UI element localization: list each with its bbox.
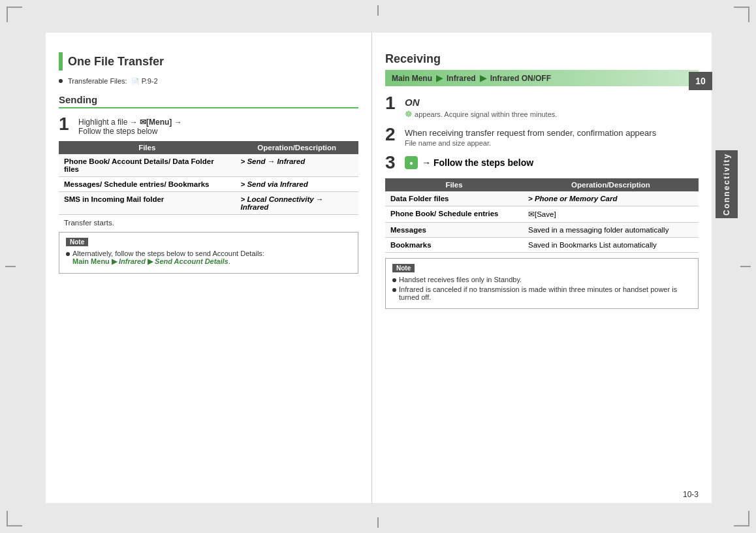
sending-subheading: Sending bbox=[59, 94, 358, 108]
note-bullet-icon bbox=[66, 252, 70, 256]
note-bullet-icon bbox=[392, 288, 396, 292]
col2-header: Operation/Description bbox=[235, 141, 358, 154]
step-1-instruction: Highlight a file → ✉[Menu] → bbox=[78, 118, 182, 127]
table-row: > Phone or Memory Card bbox=[523, 191, 699, 206]
connectivity-tab: Connectivity bbox=[716, 150, 738, 218]
left-column: One File Transfer Transferable Files: 📄 … bbox=[46, 33, 372, 503]
recv-step-1-content: ON ☸ appears. Acquire signal within thre… bbox=[405, 94, 557, 119]
transfer-starts: Transfer starts. bbox=[64, 219, 358, 227]
note-bullet-icon bbox=[392, 278, 396, 282]
bullet-icon bbox=[59, 79, 63, 83]
table-row: ✉[Save] bbox=[523, 206, 699, 223]
note-text: Alternatively, follow the steps below to… bbox=[72, 250, 264, 266]
recv-note-list: Handset receives files only in Standby.I… bbox=[392, 276, 691, 301]
page-ref-icon: 📄 bbox=[131, 78, 139, 85]
transferable-label: Transferable Files: bbox=[68, 77, 127, 85]
table-row: Saved in a messaging folder automaticall… bbox=[523, 223, 699, 238]
table-row: Saved in Bookmarks List automatically bbox=[523, 238, 699, 253]
signal-icon: ☸ bbox=[405, 109, 413, 119]
note-list: Alternatively, follow the steps below to… bbox=[66, 250, 351, 266]
step-1-content: Highlight a file → ✉[Menu] → Follow the … bbox=[78, 115, 182, 136]
recv-step-1-row: 1 ON ☸ appears. Acquire signal within th… bbox=[385, 94, 699, 119]
list-item: Handset receives files only in Standby. bbox=[392, 276, 691, 283]
receiving-note-box: Note Handset receives files only in Stan… bbox=[385, 258, 699, 309]
table-row: > Send → Infrared bbox=[235, 154, 358, 177]
tick-left bbox=[5, 266, 16, 267]
corner-mark-br bbox=[734, 511, 749, 526]
table-row: Messages/ Schedule entries/ Bookmarks bbox=[59, 177, 235, 192]
green-button-icon: ● bbox=[405, 156, 418, 169]
nav-arrow-2: ▶ bbox=[480, 73, 486, 83]
corner-mark-tr bbox=[734, 7, 749, 22]
page-number: 10-3 bbox=[683, 490, 699, 499]
recv-step-3-number: 3 bbox=[385, 153, 398, 172]
page-content: One File Transfer Transferable Files: 📄 … bbox=[46, 33, 712, 503]
sending-files-table: Files Operation/Description Phone Book/ … bbox=[59, 141, 358, 215]
col1-header: Files bbox=[59, 141, 235, 154]
receiving-nav-bar: Main Menu ▶ Infrared ▶ Infrared ON/OFF bbox=[385, 70, 699, 86]
receiving-heading: Receiving bbox=[385, 52, 699, 66]
recv-step-2-desc: File name and size appear. bbox=[405, 139, 656, 147]
recv-step-1-number: 1 bbox=[385, 94, 398, 112]
tick-top bbox=[377, 5, 379, 16]
step-1-sub: Follow the steps below bbox=[78, 127, 157, 136]
tick-bottom bbox=[377, 517, 379, 528]
nav-main-menu: Main Menu bbox=[392, 74, 432, 83]
right-column: Receiving Main Menu ▶ Infrared ▶ Infrare… bbox=[372, 33, 712, 503]
nav-arrow-1: ▶ bbox=[436, 73, 443, 83]
recv-step-3-row: 3 ● → Follow the steps below bbox=[385, 153, 699, 172]
list-item: Infrared is canceled if no transmission … bbox=[392, 285, 691, 301]
green-accent-bar bbox=[59, 52, 63, 71]
table-row: Bookmarks bbox=[385, 238, 523, 253]
table-row: SMS in Incoming Mail folder bbox=[59, 192, 235, 215]
transferable-files-note: Transferable Files: 📄 P.9-2 bbox=[59, 77, 358, 85]
recv-step-3-content: ● → Follow the steps below bbox=[405, 153, 533, 169]
table-row: Phone Book/ Schedule entries bbox=[385, 206, 523, 223]
step-1-number: 1 bbox=[59, 115, 72, 133]
table-row: > Local Connectivity → Infrared bbox=[235, 192, 358, 215]
transferable-ref: P.9-2 bbox=[142, 77, 158, 85]
recv-step-2-number: 2 bbox=[385, 125, 398, 144]
recv-step-2-content: When receiving transfer request from sen… bbox=[405, 125, 656, 147]
sending-note-box: Note Alternatively, follow the steps bel… bbox=[59, 232, 358, 274]
table-row: Data Folder files bbox=[385, 191, 523, 206]
table-row: Messages bbox=[385, 223, 523, 238]
recv-col2-header: Operation/Description bbox=[523, 178, 699, 191]
note-item-1: Alternatively, follow the steps below to… bbox=[66, 250, 351, 266]
recv-step-3-instruction: → Follow the steps below bbox=[422, 157, 533, 168]
tick-right bbox=[740, 266, 751, 267]
note-nav-link: Main Menu ▶ Infrared ▶ Send Account Deta… bbox=[72, 257, 228, 265]
recv-step-2-title: When receiving transfer request from sen… bbox=[405, 128, 656, 138]
one-file-transfer-heading: One File Transfer bbox=[59, 52, 358, 71]
recv-step-1-title: ON bbox=[405, 97, 420, 108]
chapter-number: 10 bbox=[689, 72, 712, 90]
table-row: Phone Book/ Account Details/ Data Folder… bbox=[59, 154, 235, 177]
note-label: Note bbox=[66, 238, 88, 246]
corner-mark-bl bbox=[7, 511, 22, 526]
recv-col1-header: Files bbox=[385, 178, 523, 191]
corner-mark-tl bbox=[7, 7, 22, 22]
recv-step-1-desc: ☸ appears. Acquire signal within three m… bbox=[405, 109, 557, 119]
nav-infrared-onoff: Infrared ON/OFF bbox=[490, 74, 551, 83]
recv-step-2-row: 2 When receiving transfer request from s… bbox=[385, 125, 699, 147]
table-row: > Send via Infrared bbox=[235, 177, 358, 192]
step-1-row: 1 Highlight a file → ✉[Menu] → Follow th… bbox=[59, 115, 358, 136]
receiving-files-table: Files Operation/Description Data Folder … bbox=[385, 178, 699, 253]
nav-infrared: Infrared bbox=[447, 74, 476, 83]
recv-note-label: Note bbox=[392, 264, 415, 272]
section-title: One File Transfer bbox=[68, 55, 164, 69]
